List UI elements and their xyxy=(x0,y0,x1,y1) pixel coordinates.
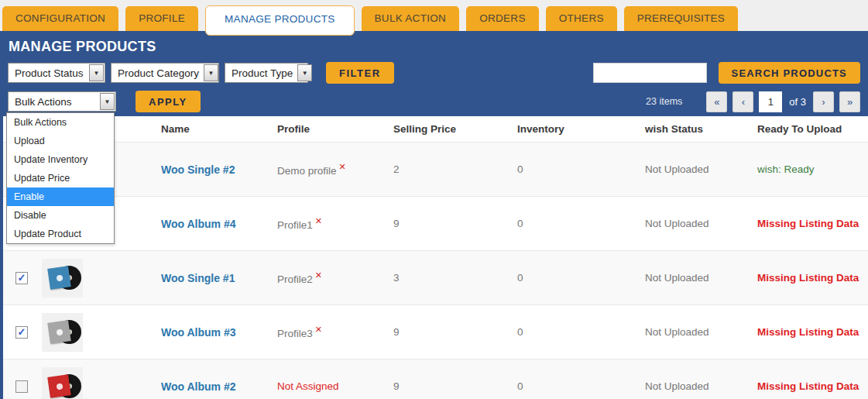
dropdown-option-disable[interactable]: Disable xyxy=(7,206,114,225)
profile-label: Profile2 xyxy=(277,273,313,285)
tab-profile[interactable]: PROFILE xyxy=(125,6,198,31)
next-page-button[interactable]: › xyxy=(813,91,834,112)
chevron-down-icon[interactable]: ▼ xyxy=(297,64,312,81)
current-page-input[interactable]: 1 xyxy=(759,91,782,112)
profile-cell: Demo profile✕ xyxy=(268,162,384,177)
last-page-button[interactable]: » xyxy=(839,91,860,112)
prev-page-button[interactable]: ‹ xyxy=(732,91,753,112)
product-name-link[interactable]: Woo Album #3 xyxy=(161,326,235,339)
bulk-actions-select[interactable]: Bulk Actions ▼ xyxy=(8,91,116,112)
pagination: 23 items « ‹ 1 of 3 › » xyxy=(646,91,860,112)
header-inventory: Inventory xyxy=(508,123,636,135)
remove-profile-icon[interactable]: ✕ xyxy=(339,162,346,171)
search-products-button[interactable]: SEARCH PRODUCTS xyxy=(719,62,860,84)
table-row: Woo Album #2 Not Assigned 9 0 Not Upload… xyxy=(3,359,868,399)
product-name-link[interactable]: Woo Album #4 xyxy=(161,218,235,230)
selling-price-cell: 3 xyxy=(384,272,508,284)
chevron-down-icon[interactable]: ▼ xyxy=(100,93,115,110)
filter-button[interactable]: FILTER xyxy=(326,62,394,84)
row-checkbox[interactable] xyxy=(15,380,28,393)
filter-row: Product Status ▼ Product Category ▼ Prod… xyxy=(8,62,860,84)
table-body: Woo Single #2 Demo profile✕ 2 0 Not Uplo… xyxy=(3,143,868,399)
profile-cell: Profile3✕ xyxy=(268,325,384,339)
inventory-cell: 0 xyxy=(508,272,636,284)
product-type-select[interactable]: Product Type ▼ xyxy=(225,63,308,83)
profile-cell: Not Assigned xyxy=(268,380,384,392)
selling-price-cell: 2 xyxy=(384,163,508,175)
page-title: MANAGE PRODUCTS xyxy=(9,39,860,55)
selling-price-cell: 9 xyxy=(384,218,508,229)
items-count: 23 items xyxy=(646,96,682,107)
wish-status-cell: Not Uploaded xyxy=(636,163,748,175)
tab-configuration[interactable]: CONFIGURATION xyxy=(2,6,118,31)
album-cover-icon xyxy=(47,266,70,289)
table-row: Woo Album #4 Profile1✕ 9 0 Not Uploaded … xyxy=(3,197,868,251)
tab-bar: CONFIGURATION PROFILE MANAGE PRODUCTS BU… xyxy=(0,0,868,31)
product-name-cell: Woo Album #3 xyxy=(152,326,268,339)
tab-manage-products[interactable]: MANAGE PRODUCTS xyxy=(205,5,355,36)
chevron-down-icon[interactable]: ▼ xyxy=(204,64,218,81)
product-name-cell: Woo Single #2 xyxy=(152,163,268,176)
apply-button[interactable]: APPLY xyxy=(136,91,201,112)
table-row: Woo Single #2 Demo profile✕ 2 0 Not Uplo… xyxy=(3,143,868,197)
checkbox-cell xyxy=(3,380,36,393)
tab-orders[interactable]: ORDERS xyxy=(466,6,539,31)
profile-cell: Profile2✕ xyxy=(268,270,384,285)
ready-to-upload-cell: Missing Listing Data xyxy=(748,380,868,392)
product-type-label: Product Type xyxy=(225,67,297,79)
tab-bulk-action[interactable]: BULK ACTION xyxy=(362,6,460,31)
first-page-button[interactable]: « xyxy=(706,91,727,112)
ready-to-upload-cell: Missing Listing Data xyxy=(748,218,868,229)
dropdown-option-bulk-actions[interactable]: Bulk Actions xyxy=(7,113,114,132)
dropdown-option-update-price[interactable]: Update Price xyxy=(7,169,114,187)
product-status-select[interactable]: Product Status ▼ xyxy=(8,63,105,83)
wish-status-cell: Not Uploaded xyxy=(636,326,748,338)
checkbox-cell: ✓ xyxy=(3,272,36,284)
profile-label: Profile1 xyxy=(277,219,313,231)
remove-profile-icon[interactable]: ✕ xyxy=(315,216,322,225)
header-wish-status: wish Status xyxy=(636,123,748,135)
dropdown-option-enable[interactable]: Enable xyxy=(7,187,114,206)
bulk-actions-dropdown: Bulk Actions Upload Update Inventory Upd… xyxy=(6,112,115,244)
product-image xyxy=(42,313,83,352)
dropdown-option-update-inventory[interactable]: Update Inventory xyxy=(7,150,114,169)
product-status-label: Product Status xyxy=(9,67,88,79)
product-category-select[interactable]: Product Category ▼ xyxy=(111,63,219,83)
product-name-link[interactable]: Woo Album #2 xyxy=(161,380,235,393)
ready-to-upload-cell: Missing Listing Data xyxy=(748,272,868,284)
table-row: ✓ Woo Single #1 Profile2✕ 3 0 Not Upload… xyxy=(3,251,868,305)
page-of-label: of 3 xyxy=(789,96,806,108)
row-checkbox[interactable]: ✓ xyxy=(15,326,28,339)
profile-label: Demo profile xyxy=(277,165,337,177)
bulk-actions-row: Bulk Actions ▼ APPLY 23 items « ‹ 1 of 3… xyxy=(8,91,860,112)
row-checkbox[interactable]: ✓ xyxy=(15,272,28,284)
product-name-cell: Woo Album #2 xyxy=(152,380,268,393)
search-input[interactable] xyxy=(593,63,707,83)
dropdown-option-update-product[interactable]: Update Product xyxy=(7,225,114,243)
wish-status-cell: Not Uploaded xyxy=(636,380,748,392)
album-cover-icon xyxy=(47,320,70,343)
product-name-cell: Woo Single #1 xyxy=(152,272,268,284)
dropdown-option-upload[interactable]: Upload xyxy=(7,132,114,150)
ready-to-upload-cell: Missing Listing Data xyxy=(748,326,868,338)
product-name-cell: Woo Album #4 xyxy=(152,218,268,230)
remove-profile-icon[interactable]: ✕ xyxy=(315,270,322,280)
wish-status-cell: Not Uploaded xyxy=(636,272,748,284)
tab-prerequisites[interactable]: PREREQUISITES xyxy=(624,6,738,31)
chevron-down-icon[interactable]: ▼ xyxy=(89,64,104,81)
inventory-cell: 0 xyxy=(508,326,636,338)
table-row: ✓ Woo Album #3 Profile3✕ 9 0 Not Uploade… xyxy=(3,305,868,359)
product-name-link[interactable]: Woo Single #1 xyxy=(161,272,235,284)
product-name-link[interactable]: Woo Single #2 xyxy=(161,163,235,176)
header-ready-to-upload: Ready To Upload xyxy=(748,123,868,135)
header-selling-price: Selling Price xyxy=(384,123,508,135)
inventory-cell: 0 xyxy=(508,163,636,175)
product-category-label: Product Category xyxy=(112,67,204,79)
album-cover-icon xyxy=(47,374,70,397)
header-profile: Profile xyxy=(268,123,384,135)
checkbox-cell: ✓ xyxy=(3,326,36,339)
remove-profile-icon[interactable]: ✕ xyxy=(315,325,322,334)
tab-others[interactable]: OTHERS xyxy=(546,6,617,31)
profile-cell: Profile1✕ xyxy=(268,216,384,231)
image-cell xyxy=(36,259,152,298)
